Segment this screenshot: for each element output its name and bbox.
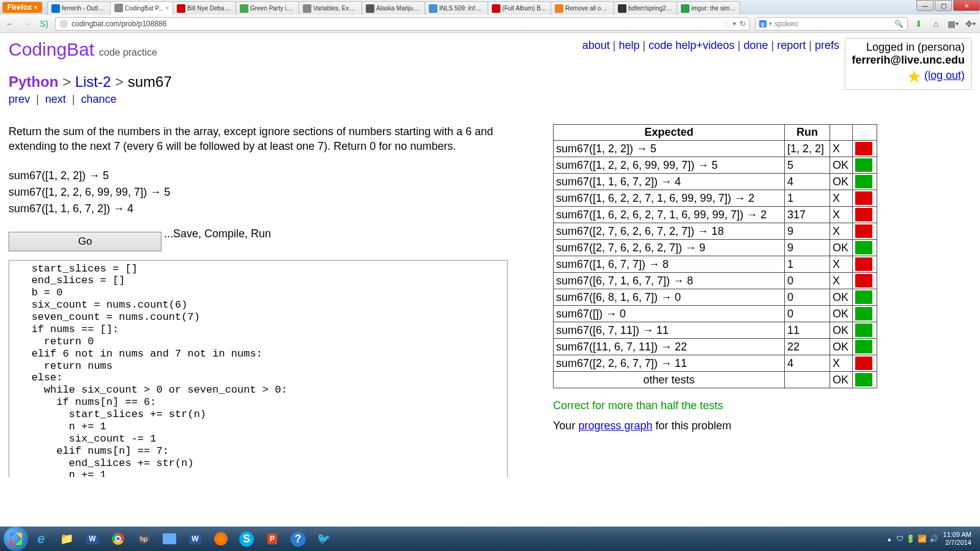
result-row: sum67([2, 2, 6, 7, 7]) → 114X: [554, 355, 877, 372]
cell-ok: X: [830, 223, 852, 240]
bookmark-star-icon[interactable]: ☆: [722, 20, 729, 28]
cell-ok: X: [830, 273, 852, 289]
tab-favicon: [681, 4, 689, 13]
crumb-category[interactable]: List-2: [75, 73, 111, 90]
correct-message: Correct for more than half the tests: [553, 399, 877, 412]
taskbar-skype[interactable]: S: [234, 529, 259, 549]
result-row-other: other testsOK: [554, 372, 877, 388]
browser-tab[interactable]: Green Party in ...: [236, 1, 299, 15]
firefox-menu-button[interactable]: Firefox: [2, 2, 42, 13]
browser-tab[interactable]: INLS 509: Infor...: [425, 1, 488, 15]
tray-shield-icon[interactable]: 🛡: [896, 534, 904, 543]
url-dropdown-icon[interactable]: ▾: [733, 20, 736, 27]
tab-label: Remove all occ...: [565, 5, 610, 12]
url-bar[interactable]: codingbat.com/prob/p108886 ☆ ▾ ↻: [55, 17, 750, 31]
cell-run: 22: [785, 339, 830, 355]
result-row: sum67([6, 7, 1, 6, 7, 7]) → 80X: [554, 273, 877, 289]
tab-close-icon[interactable]: ×: [165, 5, 169, 12]
tools-button[interactable]: ✥▾: [964, 18, 976, 30]
maximize-button[interactable]: ▢: [935, 0, 952, 11]
go-button[interactable]: Go: [9, 232, 161, 251]
start-button[interactable]: [4, 527, 28, 551]
next-link[interactable]: next: [45, 93, 66, 105]
prev-link[interactable]: prev: [9, 93, 30, 105]
tray-network-icon[interactable]: 📶: [918, 534, 927, 543]
nav-prefs[interactable]: prefs: [815, 39, 839, 51]
tab-label: imgur: the simp...: [691, 5, 736, 12]
result-row: sum67([1, 6, 2, 6, 2, 7, 1, 6, 99, 99, 7…: [554, 207, 877, 223]
crumb-problem: sum67: [128, 73, 172, 90]
taskbar-word2[interactable]: W: [183, 529, 207, 549]
nav-code help+videos[interactable]: code help+videos: [648, 39, 735, 51]
cell-expected: sum67([1, 6, 2, 6, 2, 7, 1, 6, 99, 99, 7…: [554, 207, 785, 223]
tab-favicon: [366, 4, 374, 13]
close-window-button[interactable]: ✕: [953, 0, 980, 11]
nav-done[interactable]: done: [744, 39, 768, 51]
chance-link[interactable]: chance: [81, 93, 116, 105]
browser-tab[interactable]: bdferr/spring2014: [614, 1, 677, 15]
search-engine-dropdown[interactable]: ▾: [769, 20, 772, 27]
reload-icon[interactable]: ↻: [740, 20, 746, 28]
nav-report[interactable]: report: [777, 39, 806, 51]
tab-label: Variables, Expres...: [313, 5, 358, 12]
code-editor[interactable]: [9, 260, 508, 477]
browser-tab[interactable]: CodingBat P...×: [110, 1, 173, 15]
taskbar-chrome[interactable]: [106, 529, 130, 549]
back-button[interactable]: ←: [4, 18, 16, 30]
cell-run: 1: [785, 256, 830, 273]
forward-button[interactable]: →: [21, 18, 33, 30]
taskbar-ie[interactable]: e: [29, 529, 53, 549]
top-nav: about | help | code help+videos | done |…: [582, 39, 839, 52]
taskbar-powerpoint[interactable]: P: [260, 529, 284, 549]
taskbar-firefox[interactable]: [209, 529, 233, 549]
taskbar-word1[interactable]: W: [80, 529, 105, 549]
tray-clock[interactable]: 11:09 AM 2/7/2014: [943, 531, 971, 547]
result-row: sum67([2, 7, 6, 2, 6, 2, 7]) → 99OK: [554, 240, 877, 256]
cell-run: 9: [785, 223, 830, 240]
browser-tab[interactable]: ferrerih - Outloo...: [47, 1, 111, 15]
browser-tab[interactable]: Alaska Marijuan...: [362, 1, 425, 15]
cell-run: 0: [785, 273, 830, 289]
codingbat-logo[interactable]: CodingBat: [9, 39, 94, 59]
tab-label: ferrerih - Outloo...: [62, 5, 106, 12]
tab-label: Alaska Marijuan...: [376, 5, 421, 12]
browser-tab[interactable]: Bill Nye Debates...: [173, 1, 236, 15]
tab-label: Green Party in ...: [250, 5, 295, 12]
search-go-icon[interactable]: 🔍: [894, 20, 904, 28]
nav-about[interactable]: about: [582, 39, 610, 51]
tray-volume-icon[interactable]: 🔊: [929, 534, 938, 543]
tray-battery-icon[interactable]: 🔋: [906, 534, 915, 543]
browser-tab[interactable]: Remove all occ...: [551, 1, 614, 15]
cell-run: 1: [785, 190, 830, 207]
result-row: sum67([1, 2, 2, 6, 99, 99, 7]) → 55OK: [554, 157, 877, 174]
taskbar-app1[interactable]: [157, 529, 182, 549]
nav-help[interactable]: help: [619, 39, 640, 51]
tab-label: Bill Nye Debates...: [187, 5, 232, 12]
system-tray: ▴ 🛡 🔋 📶 🔊 11:09 AM 2/7/2014: [888, 531, 976, 547]
col-expected: Expected: [554, 125, 785, 141]
tab-favicon: [114, 4, 123, 12]
browser-tab[interactable]: Variables, Expres...: [299, 1, 362, 15]
scrapbook-button[interactable]: S): [38, 18, 50, 30]
downloads-button[interactable]: ⬇: [913, 18, 925, 30]
progress-graph-link[interactable]: progress graph: [578, 420, 652, 432]
search-placeholder: spokeo: [774, 20, 798, 28]
cell-run: 4: [785, 174, 830, 190]
search-box[interactable]: g ▾ spokeo 🔍: [755, 17, 908, 31]
browser-tab[interactable]: (Full Album) Bu...: [488, 1, 551, 15]
results-table: Expected Run sum67([1, 2, 2]) → 5[1, 2, …: [553, 124, 877, 388]
minimize-button[interactable]: —: [916, 0, 934, 11]
logout-link[interactable]: (log out): [924, 69, 965, 81]
page-content: CodingBat code practice about | help | c…: [0, 33, 980, 477]
taskbar-help[interactable]: ?: [286, 529, 310, 549]
browser-tab[interactable]: imgur: the simp...: [677, 1, 740, 15]
home-button[interactable]: ⌂: [930, 18, 942, 30]
taskbar-hp[interactable]: hp: [132, 529, 156, 549]
feed-button[interactable]: ▦▾: [947, 18, 959, 30]
crumb-lang[interactable]: Python: [9, 73, 58, 90]
taskbar-explorer[interactable]: 📁: [54, 529, 79, 549]
google-search-icon: g: [759, 20, 767, 28]
taskbar-pidgin[interactable]: 🐦: [311, 529, 336, 549]
tray-expand-icon[interactable]: ▴: [888, 535, 891, 543]
cell-status: [853, 157, 877, 174]
